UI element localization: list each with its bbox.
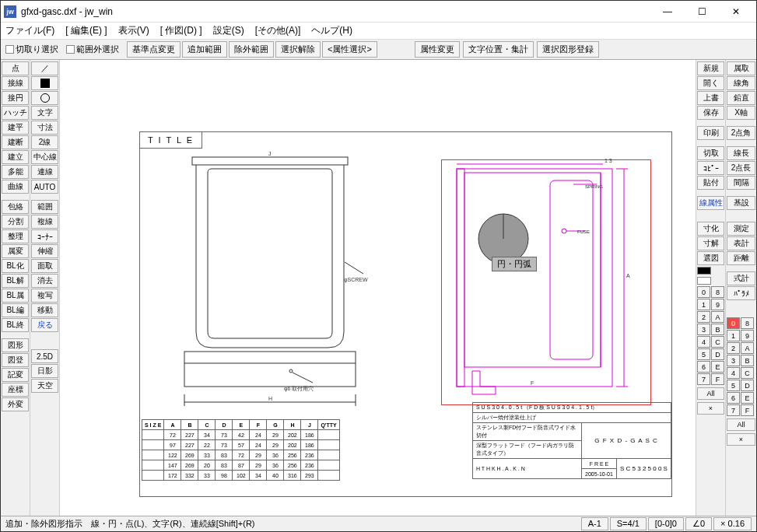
- r1-印刷[interactable]: 印刷: [697, 126, 724, 140]
- l1-図登[interactable]: 図登: [2, 353, 29, 367]
- menu-item-0[interactable]: ファイル(F): [5, 24, 54, 37]
- status-cell-3[interactable]: ∠0: [685, 517, 712, 530]
- l1-分割[interactable]: 分割: [2, 215, 29, 229]
- l1-多能[interactable]: 多能: [2, 165, 29, 179]
- menu-item-4[interactable]: 設定(S): [213, 24, 244, 37]
- layer-r-C[interactable]: C: [741, 367, 754, 379]
- layer-l-1[interactable]: 1: [697, 299, 710, 310]
- layer-l-3[interactable]: 3: [697, 324, 710, 335]
- l1-BL解[interactable]: BL解: [2, 274, 29, 288]
- toolbar-btn-l2[interactable]: 除外範囲: [229, 41, 274, 58]
- r1-保存[interactable]: 保存: [697, 106, 724, 120]
- r2-鉛直[interactable]: 鉛直: [727, 91, 755, 105]
- layer-r-8[interactable]: 8: [741, 317, 754, 329]
- layer-r-0[interactable]: 0: [727, 317, 740, 329]
- toolbar-btn-r0[interactable]: 属性変更: [415, 41, 460, 58]
- l2-AUTO[interactable]: AUTO: [31, 180, 58, 194]
- r1-線属性[interactable]: 線属性: [697, 196, 724, 210]
- toolbar-btn-l1[interactable]: 追加範囲: [182, 41, 227, 58]
- layer-r-3[interactable]: 3: [727, 355, 740, 366]
- r2-式計[interactable]: 式計: [727, 271, 755, 285]
- r1-寸解[interactable]: 寸解: [697, 236, 724, 250]
- l1-整理[interactable]: 整理: [2, 229, 29, 243]
- l1-曲線[interactable]: 曲線: [2, 180, 29, 194]
- layer-r-7[interactable]: 7: [727, 404, 740, 416]
- shape-sqf[interactable]: [31, 76, 58, 90]
- l1-点[interactable]: 点: [2, 61, 29, 75]
- status-cell-1[interactable]: S=4/1: [610, 517, 647, 530]
- l2-寸法[interactable]: 寸法: [31, 121, 58, 135]
- l2-伸縮[interactable]: 伸縮: [31, 244, 58, 258]
- layer-l-2[interactable]: 2: [697, 311, 710, 323]
- layer-l-B[interactable]: B: [711, 324, 724, 335]
- layer-l-5[interactable]: 5: [697, 348, 710, 360]
- toolbar-btn-l3[interactable]: 選択解除: [275, 41, 321, 58]
- r1-寸化[interactable]: 寸化: [697, 222, 724, 236]
- r2-表計[interactable]: 表計: [727, 236, 755, 250]
- l1-座標[interactable]: 座標: [2, 383, 29, 397]
- checkbox-cut-select[interactable]: 切取り選択: [5, 44, 58, 55]
- layer-l-7[interactable]: 7: [697, 373, 710, 385]
- layer-l-8[interactable]: 8: [711, 286, 724, 298]
- l1-建断[interactable]: 建断: [2, 135, 29, 149]
- layer-l-E[interactable]: E: [711, 361, 724, 373]
- l2-ｺｰﾅｰ[interactable]: ｺｰﾅｰ: [31, 229, 58, 243]
- l1-属変[interactable]: 属変: [2, 244, 29, 258]
- maximize-button[interactable]: ☐: [685, 2, 719, 21]
- r1-新規[interactable]: 新規: [697, 61, 724, 75]
- l1-外変[interactable]: 外変: [2, 397, 29, 411]
- status-cell-4[interactable]: × 0.16: [713, 517, 752, 530]
- layer-l-0[interactable]: 0: [697, 286, 710, 298]
- l1-BL終[interactable]: BL終: [2, 318, 29, 332]
- r1-上書[interactable]: 上書: [697, 91, 724, 105]
- l1-BL化[interactable]: BL化: [2, 259, 29, 273]
- all-button-r[interactable]: All: [727, 418, 755, 431]
- r2-線長[interactable]: 線長: [727, 146, 755, 160]
- layer-l-4[interactable]: 4: [697, 336, 710, 348]
- menu-item-2[interactable]: 表示(V): [118, 24, 149, 37]
- l2-天空[interactable]: 天空: [31, 379, 58, 393]
- layer-r-E[interactable]: E: [741, 392, 754, 404]
- r1-ｺﾋﾟｰ[interactable]: ｺﾋﾟｰ: [697, 161, 724, 175]
- cross-button-l[interactable]: ×: [697, 402, 724, 415]
- checkbox-outside-select[interactable]: 範囲外選択: [66, 44, 119, 55]
- r2-基設[interactable]: 基設: [727, 196, 755, 210]
- l2-中心線[interactable]: 中心線: [31, 150, 58, 164]
- l1-接線[interactable]: 接線: [2, 76, 29, 90]
- toolbar-btn-r1[interactable]: 文字位置・集計: [463, 41, 534, 58]
- l2-複線[interactable]: 複線: [31, 215, 58, 229]
- shape-circ[interactable]: [31, 91, 58, 105]
- toolbar-btn-l4[interactable]: <属性選択>: [322, 41, 377, 58]
- r2-測定[interactable]: 測定: [727, 222, 755, 236]
- layer-l-F[interactable]: F: [711, 373, 724, 385]
- r2-線角[interactable]: 線角: [727, 76, 755, 90]
- layer-r-D[interactable]: D: [741, 380, 754, 391]
- r2-属取[interactable]: 属取: [727, 61, 755, 75]
- menu-item-6[interactable]: ヘルプ(H): [311, 24, 352, 37]
- menu-item-1[interactable]: [ 編集(E) ]: [65, 24, 107, 37]
- layer-r-9[interactable]: 9: [741, 330, 754, 341]
- drawing-canvas[interactable]: T I T L E φ6 取付用穴 φSCREW J H: [60, 60, 696, 516]
- l2-2線[interactable]: 2線: [31, 135, 58, 149]
- layer-l-C[interactable]: C: [711, 336, 724, 348]
- l1-接円[interactable]: 接円: [2, 91, 29, 105]
- shape-slash[interactable]: ／: [31, 61, 58, 75]
- l1-記変[interactable]: 記変: [2, 368, 29, 382]
- layer-r-1[interactable]: 1: [727, 330, 740, 341]
- layer-r-A[interactable]: A: [741, 342, 754, 354]
- layer-l-A[interactable]: A: [711, 311, 724, 323]
- r2-ﾊﾟﾗﾒ[interactable]: ﾊﾟﾗﾒ: [727, 286, 755, 300]
- r2-X軸[interactable]: X軸: [727, 106, 755, 120]
- l2-消去[interactable]: 消去: [31, 274, 58, 288]
- layer-r-6[interactable]: 6: [727, 392, 740, 404]
- l2-戻る[interactable]: 戻る: [31, 318, 58, 332]
- l1-BL属[interactable]: BL属: [2, 289, 29, 303]
- status-cell-2[interactable]: [0-0]0: [648, 517, 684, 530]
- l2-日影[interactable]: 日影: [31, 364, 58, 378]
- l2-面取[interactable]: 面取: [31, 259, 58, 273]
- l1-ハッチ[interactable]: ハッチ: [2, 106, 29, 120]
- swatch[interactable]: [697, 277, 711, 285]
- r2-間隔[interactable]: 間隔: [727, 176, 755, 190]
- layer-l-D[interactable]: D: [711, 348, 724, 360]
- minimize-button[interactable]: —: [650, 2, 685, 21]
